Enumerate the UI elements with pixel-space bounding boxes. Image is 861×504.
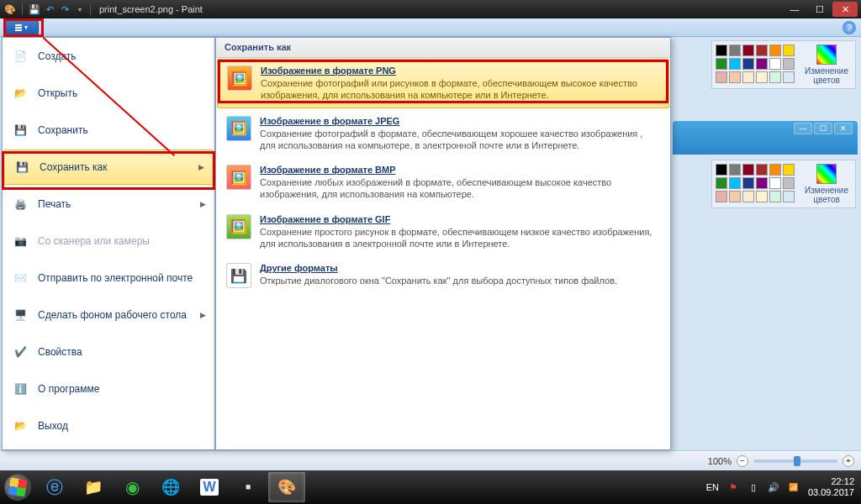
tray-clock[interactable]: 22:12 03.09.2017 <box>808 476 854 498</box>
color-swatch[interactable] <box>769 45 781 56</box>
zoom-out-button[interactable]: − <box>737 455 748 467</box>
color-swatch[interactable] <box>716 71 727 83</box>
save-as-bmp[interactable]: 🖼️ Изображение в формате BMP Сохранение … <box>216 158 670 207</box>
file-menu-open[interactable]: 📂 Открыть <box>3 75 214 112</box>
tray-network-icon[interactable]: 📶 <box>788 481 800 493</box>
bg-close-button[interactable]: ✕ <box>834 123 853 134</box>
color-swatch[interactable] <box>742 71 754 83</box>
zoom-slider-thumb[interactable] <box>794 456 800 466</box>
other-formats-icon: 💾 <box>226 263 251 288</box>
tray-battery-icon[interactable]: ▯ <box>747 481 759 493</box>
color-swatch[interactable] <box>716 164 727 176</box>
colors-palette-top: Изменение цветов <box>711 40 856 89</box>
taskbar-explorer[interactable]: 📁 <box>75 472 112 502</box>
system-tray: EN ⚑ ▯ 🔊 📶 22:12 03.09.2017 <box>700 476 861 498</box>
windows-orb-icon <box>4 474 31 501</box>
color-swatch[interactable] <box>729 191 741 202</box>
taskbar-ie[interactable]: ⓔ <box>36 472 73 502</box>
color-swatch[interactable] <box>716 58 727 70</box>
help-icon[interactable]: ? <box>843 21 856 34</box>
start-button[interactable] <box>0 470 35 504</box>
tray-flag-icon[interactable]: ⚑ <box>727 481 739 493</box>
language-indicator[interactable]: EN <box>706 482 719 492</box>
color-swatch[interactable] <box>756 164 768 176</box>
color-swatch[interactable] <box>729 58 741 70</box>
save-as-gif[interactable]: 🖼️ Изображение в формате GIF Сохранение … <box>216 207 670 257</box>
taskbar-app-green[interactable]: ◉ <box>114 472 151 502</box>
color-swatch[interactable] <box>769 177 781 189</box>
color-swatches[interactable] <box>716 45 795 85</box>
color-swatch[interactable] <box>729 45 741 56</box>
color-swatch[interactable] <box>756 71 768 83</box>
exit-icon: 📂 <box>11 417 29 435</box>
maximize-button[interactable]: ☐ <box>807 2 832 17</box>
color-swatches[interactable] <box>716 164 795 204</box>
file-menu-properties[interactable]: ✔️ Свойства <box>3 333 214 370</box>
taskbar-paint[interactable]: 🎨 <box>268 472 305 502</box>
taskbar-word[interactable]: W <box>191 472 228 502</box>
save-as-item-title: Изображение в формате BMP <box>260 165 660 175</box>
color-swatch[interactable] <box>783 191 795 202</box>
folder-icon: 📁 <box>84 478 103 496</box>
save-as-other[interactable]: 💾 Другие форматы Открытие диалогового ок… <box>216 256 670 295</box>
zoom-in-button[interactable]: + <box>843 455 854 467</box>
color-swatch[interactable] <box>742 58 754 70</box>
color-swatch[interactable] <box>783 164 795 176</box>
word-icon: W <box>200 479 218 496</box>
color-swatch[interactable] <box>716 191 727 202</box>
caret-down-icon: ▾ <box>24 24 28 31</box>
color-swatch[interactable] <box>783 45 795 56</box>
bg-minimize-button[interactable]: — <box>794 123 812 134</box>
color-swatch[interactable] <box>756 191 768 202</box>
color-swatch[interactable] <box>729 164 741 176</box>
file-menu-print[interactable]: 🖨️ Печать ▶ <box>3 186 214 223</box>
file-menu-save-as[interactable]: 💾 Сохранить как ▶ <box>3 150 214 185</box>
color-swatch[interactable] <box>716 177 727 189</box>
file-menu-label: Сохранить как <box>40 161 107 173</box>
taskbar: ⓔ 📁 ◉ 🌐 W ▫️ 🎨 EN ⚑ ▯ 🔊 📶 22:12 03.09.20… <box>0 470 861 504</box>
file-menu-button[interactable]: ▾ <box>3 20 39 35</box>
tray-volume-icon[interactable]: 🔊 <box>768 481 779 493</box>
svg-rect-0 <box>15 24 22 26</box>
file-menu-about[interactable]: ℹ️ О программе <box>3 370 214 407</box>
file-menu-set-desktop[interactable]: 🖥️ Сделать фоном рабочего стола ▶ <box>3 297 214 333</box>
color-swatch[interactable] <box>742 45 754 56</box>
edit-colors-button[interactable]: Изменение цветов <box>801 164 852 204</box>
color-swatch[interactable] <box>729 177 741 189</box>
color-swatch[interactable] <box>769 164 781 176</box>
bg-maximize-button[interactable]: ☐ <box>814 123 832 134</box>
edit-colors-button[interactable]: Изменение цветов <box>801 45 852 85</box>
taskbar-app-blue[interactable]: ▫️ <box>230 472 267 502</box>
color-swatch[interactable] <box>742 191 754 202</box>
color-swatch[interactable] <box>716 45 727 56</box>
redo-icon[interactable]: ↷ <box>58 3 71 16</box>
color-swatch[interactable] <box>783 58 795 70</box>
color-swatch[interactable] <box>783 177 795 189</box>
close-button[interactable]: ✕ <box>832 2 858 17</box>
file-menu-save[interactable]: 💾 Сохранить <box>3 112 214 149</box>
undo-icon[interactable]: ↶ <box>43 3 56 16</box>
color-swatch[interactable] <box>756 177 768 189</box>
color-swatch[interactable] <box>742 177 754 189</box>
color-swatch[interactable] <box>769 71 781 83</box>
qat-customize-icon[interactable]: ▾ <box>73 3 87 16</box>
file-menu-new[interactable]: 📄 Создать <box>3 38 214 75</box>
minimize-button[interactable]: — <box>782 2 807 17</box>
save-icon[interactable]: 💾 <box>28 3 41 16</box>
file-menu-exit[interactable]: 📂 Выход <box>3 407 214 444</box>
save-as-item-desc: Сохранение простого рисунок в формате, о… <box>260 226 660 250</box>
color-swatch[interactable] <box>769 58 781 70</box>
color-swatch[interactable] <box>729 71 741 83</box>
zoom-slider[interactable] <box>753 459 837 463</box>
color-swatch[interactable] <box>769 191 781 202</box>
color-swatch[interactable] <box>756 45 768 56</box>
save-as-png[interactable]: 🖼️ Изображение в формате PNG Сохранение … <box>217 59 669 108</box>
ribbon-tabs: ▾ ? <box>0 18 861 37</box>
color-swatch[interactable] <box>742 164 754 176</box>
taskbar-chrome[interactable]: 🌐 <box>152 472 189 502</box>
color-swatch[interactable] <box>756 58 768 70</box>
color-swatch[interactable] <box>783 71 795 83</box>
blue-square-icon: ▫️ <box>239 478 257 496</box>
file-menu-email[interactable]: ✉️ Отправить по электронной почте <box>3 260 214 297</box>
save-as-jpeg[interactable]: 🖼️ Изображение в формате JPEG Сохранение… <box>216 109 670 159</box>
